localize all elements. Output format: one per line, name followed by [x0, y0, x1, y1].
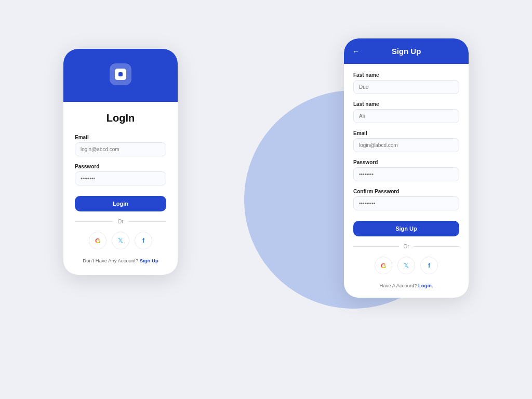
login-body: LogIn Email Password Login Or G �	[63, 102, 178, 275]
signup-header: ← Sign Up	[344, 38, 469, 64]
last-name-label: Last name	[353, 101, 459, 107]
email-input[interactable]	[75, 142, 166, 156]
last-name-input[interactable]	[353, 109, 459, 123]
login-link[interactable]: Login.	[417, 283, 433, 288]
login-card: LogIn Email Password Login Or G �	[63, 49, 178, 275]
have-account-prompt: Have A Account? Login.	[353, 283, 459, 288]
first-name-input[interactable]	[353, 80, 459, 94]
signup-divider-line-right	[414, 246, 459, 247]
signup-password-field-group: Password	[353, 159, 459, 181]
confirm-password-label: Confirm Password	[353, 189, 459, 194]
signup-title: Sign Up	[392, 47, 421, 56]
email-field-group: Email	[75, 135, 166, 156]
signup-email-label: Email	[353, 130, 459, 136]
have-account-plain: Have A Account?	[380, 283, 417, 288]
signup-button[interactable]: Sign Up	[353, 221, 459, 236]
facebook-signup-icon: f	[428, 262, 430, 269]
google-signup-icon: G	[381, 262, 386, 270]
password-input[interactable]	[75, 171, 166, 185]
facebook-login-button[interactable]: f	[135, 232, 152, 249]
signup-card: ← Sign Up Fast name Last name Email Pass…	[344, 38, 469, 298]
twitter-icon: 𝕏	[118, 237, 123, 244]
signup-link[interactable]: Sign Up	[138, 258, 158, 263]
signup-email-input[interactable]	[353, 138, 459, 152]
twitter-signup-button[interactable]: 𝕏	[397, 257, 415, 274]
app-icon-inner	[115, 69, 126, 80]
login-title: LogIn	[75, 112, 166, 124]
twitter-login-button[interactable]: 𝕏	[112, 232, 129, 249]
login-social-row: G 𝕏 f	[75, 232, 166, 249]
email-label: Email	[75, 135, 166, 140]
signup-password-input[interactable]	[353, 167, 459, 181]
divider-line-right	[128, 221, 166, 222]
last-name-field-group: Last name	[353, 101, 459, 123]
first-name-field-group: Fast name	[353, 72, 459, 94]
google-login-button[interactable]: G	[89, 232, 107, 249]
google-icon: G	[95, 237, 100, 245]
twitter-signup-icon: 𝕏	[404, 262, 409, 269]
divider-text: Or	[117, 219, 123, 224]
signup-body: Fast name Last name Email Password Confi…	[344, 64, 469, 298]
signup-prompt-plain: Don't Have Any Account?	[83, 258, 138, 263]
google-signup-button[interactable]: G	[375, 257, 392, 274]
scene: LogIn Email Password Login Or G �	[32, 23, 500, 376]
signup-divider-line-left	[353, 246, 399, 247]
signup-divider: Or	[353, 244, 459, 249]
divider-line-left	[75, 221, 113, 222]
first-name-label: Fast name	[353, 72, 459, 78]
signup-prompt: Don't Have Any Account? Sign Up	[75, 258, 166, 263]
password-field-group: Password	[75, 164, 166, 185]
back-button[interactable]: ←	[352, 47, 360, 56]
login-divider: Or	[75, 219, 166, 224]
facebook-signup-button[interactable]: f	[420, 257, 438, 274]
confirm-password-input[interactable]	[353, 196, 459, 210]
signup-social-row: G 𝕏 f	[353, 257, 459, 274]
facebook-icon: f	[142, 237, 144, 244]
confirm-password-field-group: Confirm Password	[353, 189, 459, 210]
login-button[interactable]: Login	[75, 196, 166, 211]
app-icon	[110, 63, 131, 85]
signup-divider-text: Or	[403, 244, 409, 249]
password-label: Password	[75, 164, 166, 169]
signup-password-label: Password	[353, 159, 459, 165]
signup-email-field-group: Email	[353, 130, 459, 152]
login-header	[63, 49, 178, 102]
